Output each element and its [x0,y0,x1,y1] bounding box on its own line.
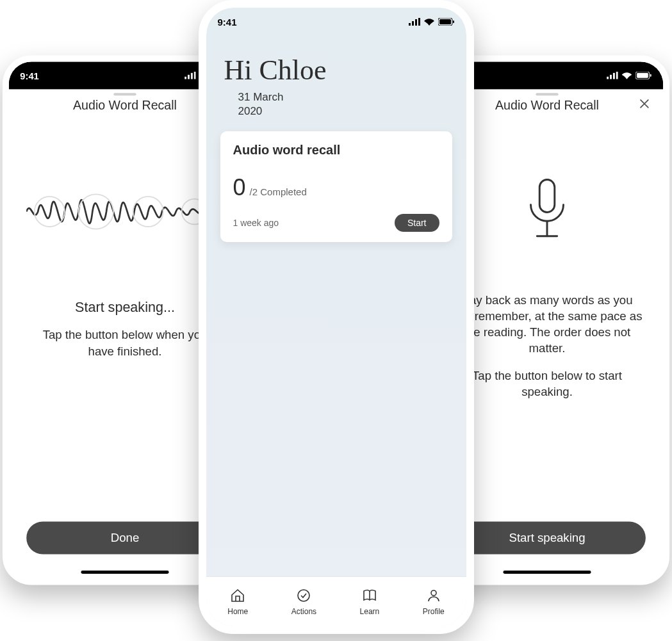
svg-rect-12 [610,75,612,79]
svg-rect-24 [418,18,420,26]
microphone-icon [448,143,646,281]
svg-point-8 [79,194,113,229]
svg-rect-14 [616,72,618,79]
progress-total: /2 Completed [250,186,307,197]
tab-label: Home [227,607,248,616]
tab-profile[interactable]: Profile [423,588,445,616]
tab-label: Actions [291,607,316,616]
task-time: 1 week ago [233,218,279,228]
body-text-1: Say back as many words as you can rememb… [448,292,646,357]
svg-rect-18 [539,179,555,212]
svg-rect-13 [613,73,615,79]
done-button[interactable]: Done [26,522,224,555]
svg-point-7 [35,197,65,227]
tab-bar: Home Actions Learn [206,576,466,626]
svg-point-28 [298,590,309,601]
svg-point-30 [431,590,436,596]
greeting-title: Hi Chloe [206,36,466,86]
svg-rect-16 [637,73,648,78]
svg-rect-2 [191,73,193,79]
progress-readout: 0 /2 Completed [233,174,439,201]
check-circle-icon [296,588,311,605]
person-icon [426,588,441,605]
drag-handle[interactable] [536,93,558,95]
svg-rect-11 [607,77,609,79]
body-text: Tap the button below when you have finis… [26,327,224,359]
status-icons [409,18,455,26]
start-speaking-button[interactable]: Start speaking [448,522,646,555]
close-icon[interactable] [635,95,653,112]
tab-actions[interactable]: Actions [291,588,316,616]
home-indicator[interactable] [81,571,168,574]
task-card[interactable]: Audio word recall 0 /2 Completed 1 week … [220,131,452,242]
tab-learn[interactable]: Learn [360,588,380,616]
svg-rect-22 [412,21,414,26]
phone-center: 9:41 Hi Chloe 31 March 2020 Audio word r… [199,0,474,634]
task-title: Audio word recall [233,143,439,158]
svg-rect-21 [409,23,411,26]
lead-text: Start speaking... [75,300,175,316]
tab-label: Learn [360,607,380,616]
statusbar: 9:41 [206,8,466,36]
date-block: 31 March 2020 [206,86,466,118]
start-button[interactable]: Start [395,214,439,232]
svg-rect-23 [415,19,417,26]
waveform-illustration [26,143,224,281]
drag-handle[interactable] [113,93,136,95]
date-line1: 31 March [238,90,448,104]
svg-rect-27 [453,20,454,23]
tab-home[interactable]: Home [227,588,248,616]
status-time: 9:41 [218,17,237,28]
body-text-2: Tap the button below to start speaking. [448,368,646,400]
svg-rect-17 [650,74,652,77]
tab-label: Profile [423,607,445,616]
book-icon [362,588,377,605]
modal-title: Audio Word Recall [495,98,599,113]
svg-rect-1 [188,75,190,79]
svg-rect-26 [439,19,451,24]
home-indicator[interactable] [503,571,591,574]
svg-rect-0 [184,77,186,79]
date-line2: 2020 [238,104,448,118]
home-icon [230,588,245,605]
progress-done: 0 [233,174,246,201]
svg-rect-3 [194,72,196,79]
modal-title: Audio Word Recall [73,98,177,113]
status-time: 9:41 [20,70,38,81]
status-icons [607,72,652,79]
